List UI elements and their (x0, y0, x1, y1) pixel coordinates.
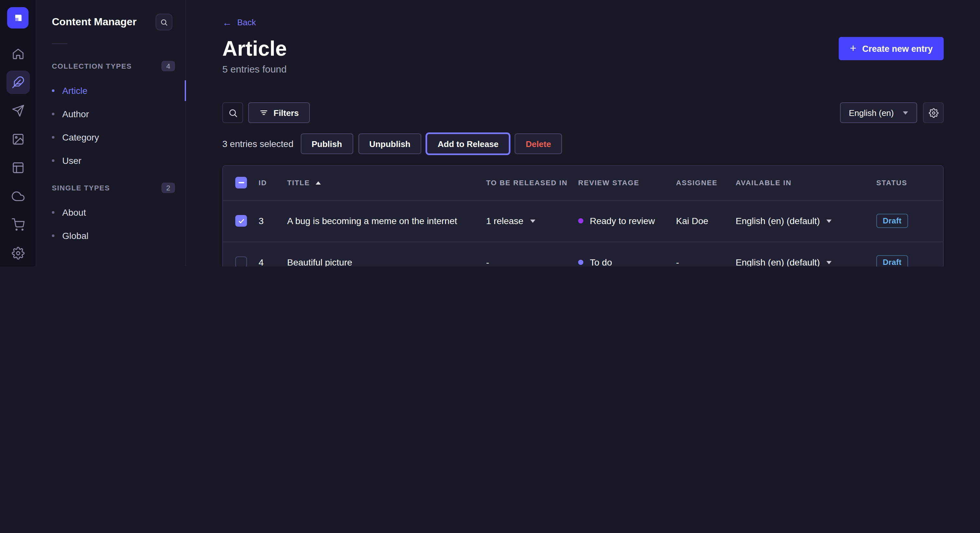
locale-select[interactable]: English (en) (840, 102, 917, 123)
cell-available-in: English (en) (default) (726, 200, 867, 241)
chevron-down-icon (826, 219, 832, 222)
bullet-icon (52, 159, 54, 162)
sidebar-item-label: Article (62, 86, 88, 96)
column-header-id: ID (249, 166, 277, 200)
locale-value: English (en) (default) (736, 257, 820, 266)
chevron-down-icon (903, 111, 908, 114)
column-header-to-be-released-in: TO BE RELEASED IN (476, 166, 568, 200)
search-button[interactable] (222, 102, 243, 123)
release-dropdown[interactable]: 1 release (486, 216, 535, 226)
delete-button[interactable]: Delete (515, 133, 562, 154)
layout-grid-icon (11, 161, 24, 174)
locale-dropdown[interactable]: English (en) (default) (736, 257, 832, 266)
sidebar-item-about[interactable]: About (36, 201, 185, 224)
nav-item-content-type-builder[interactable] (6, 156, 30, 179)
sidebar-item-label: User (62, 155, 81, 166)
bullet-icon (52, 113, 54, 115)
filters-button[interactable]: Filters (248, 102, 310, 123)
sidebar-item-author[interactable]: Author (36, 102, 185, 125)
chevron-down-icon (530, 219, 535, 222)
list-toolbar: Filters English (en) (222, 102, 944, 123)
stage-dot-icon (578, 218, 583, 224)
cell-title: Beautiful picture (277, 241, 476, 266)
feather-icon (11, 76, 24, 89)
nav-item-home[interactable] (6, 42, 30, 65)
select-all-checkbox[interactable] (235, 177, 247, 189)
column-header-review-stage: REVIEW STAGE (568, 166, 666, 200)
row-checkbox[interactable] (235, 215, 247, 227)
cell-review-stage: Ready to review (568, 200, 666, 241)
cell-review-stage: To do (568, 241, 666, 266)
sidebar-item-label: Category (62, 132, 99, 143)
strapi-logo[interactable] (7, 7, 29, 29)
nav-item-content-manager[interactable] (6, 71, 30, 94)
cell-available-in: English (en) (default) (726, 241, 867, 266)
column-header-title[interactable]: TITLE (277, 166, 476, 200)
cell-title: A bug is becoming a meme on the internet (277, 200, 476, 241)
section-label: SINGLE TYPES (52, 184, 110, 192)
nav-item-releases[interactable] (6, 99, 30, 122)
gear-icon (11, 247, 24, 260)
publish-button[interactable]: Publish (301, 133, 353, 154)
sidebar-item-user[interactable]: User (36, 149, 185, 172)
column-header-assignee: ASSIGNEE (666, 166, 726, 200)
nav-item-settings[interactable] (6, 241, 30, 265)
sidebar-item-global[interactable]: Global (36, 224, 185, 247)
chevron-down-icon (826, 261, 832, 264)
cell-assignee: - (666, 241, 726, 266)
entries-table: ID TITLE TO BE RELEASED IN REVIEW STAGE … (222, 165, 944, 266)
images-icon (11, 133, 24, 146)
back-label: Back (237, 17, 256, 27)
add-to-release-button[interactable]: Add to Release (426, 133, 509, 154)
column-header-available-in: AVAILABLE IN (726, 166, 867, 200)
back-arrow-icon: ← (222, 17, 232, 27)
stage-label: To do (590, 257, 612, 266)
nav-item-deploy[interactable] (6, 185, 30, 208)
cell-id: 3 (249, 200, 277, 241)
strapi-logo-icon (12, 12, 24, 24)
sidebar-item-article[interactable]: Article (36, 79, 185, 102)
bullet-icon (52, 235, 54, 237)
sidebar-title: Content Manager (52, 16, 137, 28)
selection-count-label: 3 entries selected (222, 139, 293, 149)
main-nav: KD (0, 0, 36, 266)
cell-status: Draft (867, 200, 943, 241)
bullet-icon (52, 136, 54, 139)
section-count-badge: 4 (161, 61, 175, 71)
stage-dot-icon (578, 260, 583, 265)
paper-plane-icon (11, 104, 24, 117)
search-icon (160, 18, 168, 26)
table-header-row: ID TITLE TO BE RELEASED IN REVIEW STAGE … (223, 166, 943, 200)
cell-id: 4 (249, 241, 277, 266)
status-badge: Draft (876, 255, 908, 266)
check-icon (237, 217, 245, 224)
plus-icon: + (850, 43, 856, 54)
back-link[interactable]: ← Back (222, 17, 256, 27)
bullet-icon (52, 211, 54, 214)
collection-types-section: COLLECTION TYPES 4 Article Author Catego… (36, 61, 185, 172)
nav-item-media-library[interactable] (6, 128, 30, 151)
cell-assignee: Kai Doe (666, 200, 726, 241)
nav-item-marketplace[interactable] (6, 213, 30, 236)
filter-icon (259, 108, 268, 117)
selection-actions: 3 entries selected Publish Unpublish Add… (222, 133, 944, 154)
sidebar-item-category[interactable]: Category (36, 125, 185, 149)
section-label: COLLECTION TYPES (52, 62, 132, 70)
table-row[interactable]: 4 Beautiful picture - To do - English (e… (223, 241, 943, 266)
single-types-section: SINGLE TYPES 2 About Global (36, 182, 185, 247)
filters-label: Filters (274, 108, 299, 117)
locale-value: English (en) (849, 108, 894, 117)
row-checkbox[interactable] (235, 257, 247, 266)
stage-label: Ready to review (590, 216, 655, 226)
cell-status: Draft (867, 241, 943, 266)
list-settings-button[interactable] (923, 102, 944, 123)
status-badge: Draft (876, 214, 908, 228)
unpublish-button[interactable]: Unpublish (358, 133, 421, 154)
locale-dropdown[interactable]: English (en) (default) (736, 216, 832, 226)
search-icon (228, 108, 237, 117)
entries-count: 5 entries found (222, 63, 944, 75)
cell-release: - (476, 241, 568, 266)
create-new-entry-button[interactable]: + Create new entry (839, 37, 944, 60)
table-row[interactable]: 3 A bug is becoming a meme on the intern… (223, 200, 943, 241)
sidebar-search-button[interactable] (156, 14, 172, 30)
